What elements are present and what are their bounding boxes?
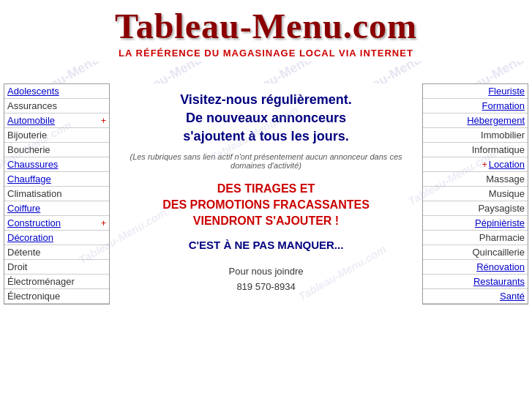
nav-label-electromenager: Électroménager [7, 276, 106, 287]
nav-label-bijouterie: Bijouterie [7, 130, 106, 141]
visit-line1: Visitez-nous régulièrement. [180, 92, 352, 107]
nav-label-paysagiste: Paysagiste [478, 203, 525, 214]
nav-link-restaurants[interactable]: Restaurants [473, 276, 525, 287]
list-item: Immobilier [423, 128, 528, 143]
nav-link-chaussures[interactable]: Chaussures [7, 159, 106, 170]
list-item: Quincaillerie [423, 245, 528, 260]
nav-link-chauffage[interactable]: Chauffage [7, 174, 106, 184]
nav-label-massage: Massage [486, 174, 525, 184]
nav-link-automobile[interactable]: Automobile [7, 115, 100, 126]
watermark: Tableau-Menu.com [231, 61, 342, 83]
nav-link-adolescents[interactable]: Adolescents [7, 86, 106, 97]
contact-info: Pour nous joindre 819 570-8934 [121, 264, 411, 295]
watermark: Tableau-Menu.com [443, 61, 532, 83]
list-item: Climatisation [4, 187, 109, 201]
nav-label-assurances: Assurances [7, 100, 106, 111]
visit-message: Visitez-nous régulièrement. De nouveaux … [121, 91, 411, 146]
phone-number: 819 570-8934 [121, 280, 411, 295]
list-item: Assurances [4, 99, 109, 113]
list-item[interactable]: Formation [423, 99, 528, 113]
nav-link-renovation[interactable]: Rénovation [476, 261, 525, 272]
watermark: Tableau-Menu.com [121, 61, 232, 83]
nav-label-immobilier: Immobilier [481, 130, 525, 141]
main-layout: Tableau-Menu.com Tableau-Menu.com Tablea… [0, 83, 532, 305]
nav-link-decoration[interactable]: Décoration [7, 232, 106, 243]
promo-message: DES TIRAGES ET DES PROMOTIONS FRACASSANT… [121, 181, 411, 230]
list-item: Électronique [4, 289, 109, 304]
nav-label-climatisation: Climatisation [7, 188, 106, 199]
list-item: Détente [4, 245, 109, 260]
nav-label-informatique: Informatique [472, 144, 525, 155]
list-item[interactable]: + Location [423, 157, 528, 172]
list-item: Musique [423, 187, 528, 201]
watermark: Tableau-Menu.com [341, 61, 452, 83]
list-item[interactable]: Coiffure [4, 201, 109, 216]
nav-label-boucherie: Boucherie [7, 144, 106, 155]
list-item[interactable]: Chauffage [4, 172, 109, 187]
list-item[interactable]: Hébergement [423, 113, 528, 128]
plus-icon: + [101, 116, 106, 126]
list-item[interactable]: Chaussures [4, 157, 109, 172]
list-item[interactable]: Rénovation [423, 260, 528, 275]
list-item: Massage [423, 172, 528, 187]
list-item: Bijouterie [4, 128, 109, 143]
nav-link-coiffure[interactable]: Coiffure [7, 203, 106, 214]
nav-link-location[interactable]: Location [489, 159, 525, 170]
header: Tableau-Menu.com LA RÉFÉRENCE DU MAGASIN… [0, 0, 532, 61]
nav-label-pharmacie: Pharmacie [479, 232, 525, 243]
list-item[interactable]: Construction + [4, 216, 109, 231]
nav-link-pepinieriste[interactable]: Pépinièriste [475, 217, 525, 228]
plus-icon: + [101, 218, 106, 228]
watermark: Tableau-Menu.com [19, 61, 130, 83]
watermark-strip: Tableau-Menu.com Tableau-Menu.com Tablea… [0, 61, 532, 83]
nav-link-sante[interactable]: Santé [500, 291, 525, 302]
promo-line2: DES PROMOTIONS FRACASSANTES [162, 198, 370, 211]
list-item: Informatique [423, 143, 528, 157]
nav-link-formation[interactable]: Formation [482, 100, 525, 111]
list-item[interactable]: Pépinièriste [423, 216, 528, 231]
list-item: Droit [4, 260, 109, 275]
nav-link-hebergement[interactable]: Hébergement [467, 115, 525, 126]
list-item: Pharmacie [423, 231, 528, 245]
contact-label: Pour nous joindre [121, 264, 411, 280]
list-item: Paysagiste [423, 201, 528, 216]
center-content: Visitez-nous régulièrement. De nouveaux … [110, 83, 422, 305]
list-item: Électroménager [4, 275, 109, 289]
cest-message: C'EST À NE PAS MANQUER... [121, 239, 411, 251]
nav-label-quincaillerie: Quincaillerie [472, 247, 525, 258]
list-item[interactable]: Automobile + [4, 113, 109, 128]
list-item[interactable]: Décoration [4, 231, 109, 245]
list-item[interactable]: Adolescents [4, 84, 109, 99]
nav-label-electronique: Électronique [7, 291, 106, 302]
visit-line2: De nouveaux annonceurs [186, 111, 346, 125]
nav-link-construction[interactable]: Construction [7, 217, 100, 228]
nav-label-detente: Détente [7, 247, 106, 258]
list-item: Boucherie [4, 143, 109, 157]
left-nav: Adolescents Assurances Automobile + Bijo… [4, 83, 110, 305]
nav-label-droit: Droit [7, 261, 106, 272]
plus-icon: + [482, 160, 487, 170]
nav-link-fleuriste[interactable]: Fleuriste [488, 86, 525, 97]
tagline: LA RÉFÉRENCE DU MAGASINAGE LOCAL VIA INT… [0, 48, 532, 59]
nav-label-musique: Musique [489, 188, 525, 199]
visit-line3: s'ajoutent à tous les jours. [183, 129, 348, 143]
promo-line1: DES TIRAGES ET [217, 182, 315, 195]
site-title: Tableau-Menu.com [0, 6, 532, 46]
list-item[interactable]: Santé [423, 289, 528, 304]
list-item[interactable]: Restaurants [423, 275, 528, 289]
promo-line3: VIENDRONT S'AJOUTER ! [193, 215, 339, 227]
center-note: (Les rubriques sans lien actif n'ont pré… [121, 152, 411, 170]
list-item[interactable]: Fleuriste [423, 84, 528, 99]
right-nav: Fleuriste Formation Hébergement Immobili… [422, 83, 528, 305]
